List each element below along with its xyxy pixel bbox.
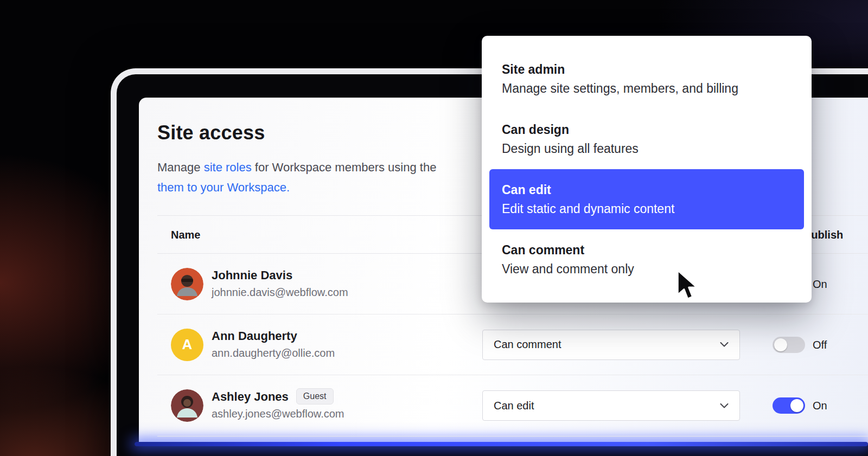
menu-item-can-edit[interactable]: Can edit Edit static and dynamic content (489, 169, 804, 229)
menu-item-site-admin[interactable]: Site admin Manage site settings, members… (482, 49, 812, 109)
chevron-down-icon (720, 403, 729, 408)
role-select[interactable]: Can comment (482, 330, 740, 360)
guest-badge: Guest (296, 388, 334, 404)
toggle-knob (774, 338, 787, 351)
avatar (171, 389, 203, 422)
desktop-background: Site access Manage site roles for Worksp… (0, 0, 868, 456)
menu-item-title: Can comment (502, 242, 792, 258)
member-email: ann.daugherty@ollie.com (212, 344, 335, 362)
member-email: ashley.jones@webflow.com (212, 405, 344, 423)
member-info: Ann Daugherty ann.daugherty@ollie.com (212, 327, 335, 362)
screen-bottom-glow (135, 442, 868, 446)
column-header-name: Name (171, 228, 200, 241)
table-row: A Ann Daugherty ann.daugherty@ollie.com … (157, 314, 868, 375)
menu-item-description: View and comment only (502, 261, 792, 277)
avatar-photo (171, 268, 203, 300)
role-dropdown-menu: Site admin Manage site settings, members… (482, 36, 812, 303)
avatar-photo (171, 389, 203, 422)
menu-item-title: Site admin (502, 61, 792, 78)
menu-item-can-comment[interactable]: Can comment View and comment only (482, 229, 812, 290)
member-name: Ann Daugherty (212, 327, 335, 344)
menu-item-title: Can edit (502, 182, 792, 198)
role-select-value: Can edit (494, 400, 534, 412)
publish-state-label: On (813, 400, 827, 412)
description-text: for Workspace members using the (252, 160, 437, 174)
member-name: Ashley JonesGuest (212, 388, 344, 405)
avatar: A (171, 329, 203, 361)
member-info: Ashley JonesGuest ashley.jones@webflow.c… (212, 388, 344, 423)
workspace-link[interactable]: them to your Workspace. (157, 181, 290, 194)
mouse-cursor-icon (676, 269, 699, 304)
menu-item-description: Manage site settings, members, and billi… (502, 80, 792, 97)
role-select-value: Can comment (494, 338, 561, 351)
site-roles-link[interactable]: site roles (204, 160, 252, 174)
description-line-2: them to your Workspace. (157, 177, 436, 197)
page-title: Site access (157, 121, 265, 144)
member-email: johnnie.davis@webflow.com (212, 283, 348, 301)
member-name: Johnnie Davis (212, 267, 348, 283)
toggle-knob (790, 399, 803, 412)
menu-item-can-design[interactable]: Can design Design using all features (482, 109, 812, 169)
publish-toggle[interactable] (773, 337, 805, 353)
menu-item-title: Can design (502, 121, 792, 138)
page-description: Manage site roles for Workspace members … (157, 157, 436, 197)
menu-item-description: Edit static and dynamic content (502, 201, 792, 217)
description-text: Manage (157, 160, 204, 174)
member-info: Johnnie Davis johnnie.davis@webflow.com (212, 267, 348, 301)
publish-toggle[interactable] (773, 397, 805, 414)
menu-item-description: Design using all features (502, 140, 792, 157)
description-line-1: Manage site roles for Workspace members … (157, 157, 436, 177)
member-name-text: Ashley Jones (212, 390, 289, 403)
role-select[interactable]: Can edit (482, 390, 740, 421)
publish-state-label: Off (813, 338, 827, 351)
table-row: Ashley JonesGuest ashley.jones@webflow.c… (157, 375, 868, 436)
chevron-down-icon (720, 342, 729, 347)
publish-state-label: On (813, 278, 827, 290)
avatar (171, 268, 203, 300)
